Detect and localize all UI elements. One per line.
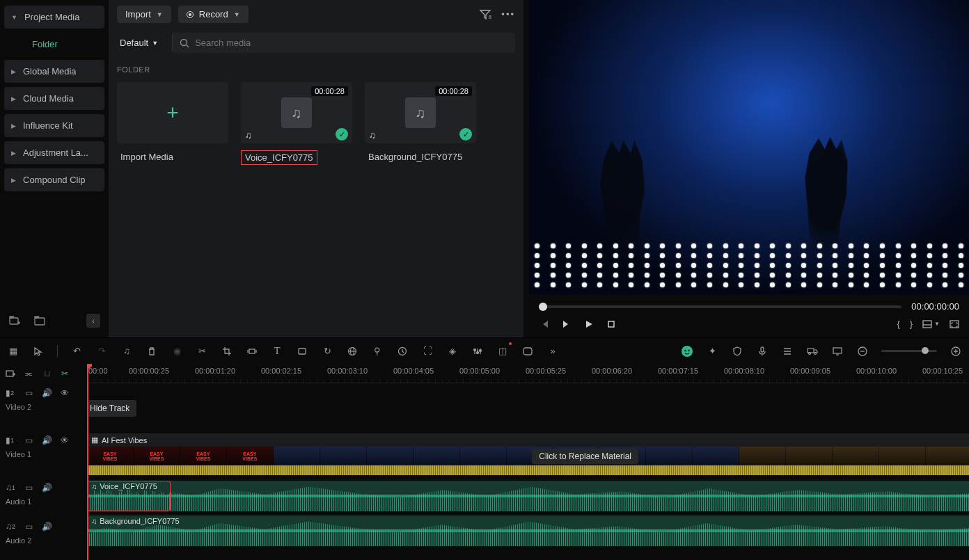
svg-rect-1 [35,318,45,325]
audio-type-icon: ♫ [245,130,252,141]
cut-icon[interactable]: ✂ [196,345,208,358]
import-button[interactable]: Import▼ [117,6,171,23]
svg-rect-19 [808,349,814,353]
trash-icon[interactable] [145,345,158,358]
link-icon[interactable]: ⫘ [24,369,33,378]
undo-icon[interactable]: ↶ [70,345,83,358]
sidebar-item-adjustment-layer[interactable]: ▶Adjustment La... [4,141,104,164]
text-icon[interactable]: T [271,345,283,358]
stop-icon[interactable] [606,319,617,329]
track-audio-1[interactable]: ♫Voice_ICFY0775 [87,481,969,511]
folder-icon[interactable]: ▭ [24,483,33,493]
search-box[interactable] [172,33,515,53]
bot-icon[interactable] [681,345,693,358]
duration-badge: 00:00:28 [435,86,472,96]
media-card-import[interactable]: + Import Media [117,82,228,165]
more-icon[interactable]: » [546,345,559,358]
crop-icon[interactable] [221,345,233,358]
ratio-icon[interactable]: ▼ [922,320,940,328]
play-forward-icon[interactable] [561,319,572,329]
zoom-slider[interactable] [881,350,937,352]
audio-track-icon[interactable]: ♫1 [6,483,15,493]
speaker-icon[interactable]: 🔊 [42,388,52,398]
record-button[interactable]: Record▼ [178,6,249,23]
mark-out-icon[interactable]: } [910,319,913,329]
paint-icon[interactable]: ◉ [171,345,183,358]
trim-icon[interactable] [246,345,258,358]
collapse-sidebar-button[interactable]: ‹ [86,314,100,328]
grid-icon[interactable]: ▦ [7,345,19,358]
card-title[interactable]: Voice_ICFY0775 [241,150,317,165]
globe-icon[interactable] [346,345,359,358]
list-icon[interactable] [781,345,794,358]
sort-button[interactable]: Default▼ [117,33,161,52]
diamond-icon[interactable]: ◈ [446,345,459,358]
video-clip[interactable]: ▦AI Fest Vibes Click to Replace Material [87,433,969,475]
caption-icon[interactable]: ◫ [496,345,509,358]
track-video-1[interactable]: ▦AI Fest Vibes Click to Replace Material [87,433,969,477]
eye-icon[interactable]: 👁 [60,388,70,398]
sidebar-item-influence-kit[interactable]: ▶Influence Kit [4,114,104,137]
sliders-icon[interactable] [471,345,484,358]
zoom-in-icon[interactable] [950,345,962,358]
sidebar-label: Influence Kit [23,120,73,131]
track-audio-2[interactable]: ♫Background_ICFY0775 [87,515,969,546]
redo-icon[interactable]: ↷ [95,345,108,358]
truck-icon[interactable] [806,345,819,358]
tracks-area[interactable]: 00:00 00:00:00:25 00:00:01:20 00:00:02:1… [87,364,969,560]
svg-point-16 [684,349,686,351]
folder-icon[interactable]: ▭ [24,435,33,445]
expand-icon[interactable]: ⛶ [421,345,434,358]
preview-scrubber[interactable] [539,305,901,308]
rect-icon[interactable] [296,345,308,358]
magnet-icon[interactable]: ⊔ [42,369,52,378]
audio-track-icon[interactable]: ♫2 [6,522,15,531]
folder-icon[interactable]: ▭ [24,522,33,531]
sidebar-item-compound-clip[interactable]: ▶Compound Clip [4,168,104,191]
sidebar-item-project-media[interactable]: ▼Project Media [4,6,104,29]
shield-icon[interactable] [731,345,743,358]
mic-icon[interactable] [756,345,769,358]
folder-icon[interactable]: ▭ [24,388,33,398]
media-card-voice[interactable]: 00:00:28 ♫ ♫ ✓ Voice_ICFY0775 [241,82,352,165]
zoom-out-icon[interactable] [856,345,869,358]
prev-frame-icon[interactable] [539,319,550,329]
play-icon[interactable] [583,319,594,329]
sidebar-label: Adjustment La... [23,147,88,158]
sparkle-icon[interactable]: ✦ [706,345,718,358]
music-icon[interactable]: ♫ [120,345,133,358]
add-track-icon[interactable] [6,369,15,378]
speaker-icon[interactable]: 🔊 [42,483,52,493]
zoom-knob[interactable] [922,347,929,354]
audio-clip-background[interactable] [87,515,969,546]
track-label: Audio 2 [0,536,87,547]
track-video-2[interactable]: Hide Track [87,383,969,419]
playhead[interactable] [87,364,88,560]
rounded-icon[interactable] [521,345,534,358]
screen-icon[interactable] [831,345,844,358]
eye-icon[interactable]: 👁 [60,435,70,445]
scrubber-knob[interactable] [539,303,547,311]
sidebar-item-global-media[interactable]: ▶Global Media [4,60,104,83]
media-card-background[interactable]: 00:00:28 ♫ ♫ ✓ Background_ICFY0775 [365,82,476,165]
mark-in-icon[interactable]: { [897,319,899,329]
video-track-icon[interactable]: ▮1 [6,435,15,445]
speaker-icon[interactable]: 🔊 [42,522,52,531]
clock-icon[interactable] [396,345,409,358]
more-icon[interactable]: ••• [501,9,515,20]
refresh-icon[interactable]: ↻ [321,345,333,358]
sidebar-item-cloud-media[interactable]: ▶Cloud Media [4,87,104,110]
anchor-icon[interactable]: ⚲ [371,345,384,358]
fullscreen-icon[interactable] [950,320,959,328]
speaker-icon[interactable]: 🔊 [42,435,52,445]
cursor-icon[interactable] [32,345,45,358]
preview-video[interactable] [529,0,969,294]
snap-icon[interactable]: ✂ [60,369,70,378]
filter-icon[interactable] [479,9,491,20]
sidebar-item-folder[interactable]: Folder [4,33,104,56]
new-folder-icon[interactable] [8,314,21,327]
search-input[interactable] [195,38,508,48]
video-track-icon[interactable]: ▮2 [6,388,15,398]
folder-icon[interactable] [33,314,46,327]
timeline-ruler[interactable]: 00:00 00:00:00:25 00:00:01:20 00:00:02:1… [87,364,969,383]
